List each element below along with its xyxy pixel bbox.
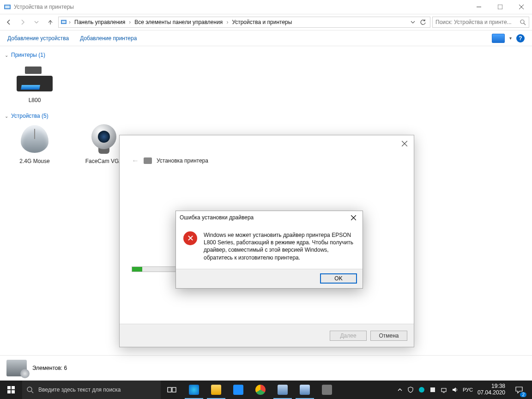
start-button[interactable]	[0, 381, 22, 399]
content-area: ⌄ Принтеры (1) L800 ⌄ Устройства (5) 2.4…	[0, 46, 532, 355]
taskbar-app-wizard[interactable]	[294, 381, 316, 399]
window-title: Устройства и принтеры	[14, 4, 468, 10]
mouse-icon	[16, 123, 53, 155]
chevron-right-icon: ›	[69, 19, 71, 25]
search-placeholder: Поиск: Устройства и принте...	[435, 19, 520, 25]
close-button[interactable]	[511, 0, 532, 14]
printer-icon	[16, 62, 53, 94]
svg-rect-19	[430, 387, 435, 392]
nav-up-button[interactable]	[44, 16, 56, 28]
nav-back-button[interactable]	[3, 16, 15, 28]
breadcrumb-seg1[interactable]: Панель управления	[73, 19, 127, 25]
error-icon: ✕	[183, 231, 197, 245]
tray-volume-icon[interactable]	[452, 387, 458, 393]
breadcrumb-seg3[interactable]: Устройства и принтеры	[230, 19, 294, 25]
taskbar-search-placeholder: Введите здесь текст для поиска	[38, 387, 121, 393]
help-button[interactable]: ?	[516, 34, 525, 42]
wizard-close-button[interactable]	[399, 138, 410, 149]
wizard-next-button: Далее	[330, 331, 367, 341]
control-panel-icon	[4, 3, 11, 11]
toolbar: Добавление устройства Добавление принтер…	[0, 30, 532, 46]
taskbar: Введите здесь текст для поиска РУС 19:38…	[0, 381, 532, 399]
taskbar-search-input[interactable]: Введите здесь текст для поиска	[22, 381, 161, 399]
status-bar: Элементов: 6	[0, 355, 532, 381]
taskbar-app-devices[interactable]	[272, 381, 294, 399]
tray-security-icon[interactable]	[407, 387, 414, 393]
collapse-icon: ⌄	[5, 114, 8, 119]
taskbar-app-edge[interactable]	[183, 381, 205, 399]
webcam-icon	[85, 123, 122, 155]
error-ok-button[interactable]: OK	[320, 273, 357, 284]
breadcrumb-box[interactable]: › Панель управления › Все элементы панел…	[58, 17, 430, 28]
search-icon	[27, 387, 34, 393]
tray-app-icon[interactable]	[429, 387, 436, 393]
breadcrumb-seg2[interactable]: Все элементы панели управления	[133, 19, 224, 25]
error-close-button[interactable]	[348, 212, 359, 223]
nav-recent-button[interactable]	[30, 16, 42, 28]
section-printers-header[interactable]: ⌄ Принтеры (1)	[5, 52, 527, 58]
collapse-icon: ⌄	[5, 53, 8, 58]
svg-rect-3	[498, 5, 502, 9]
taskbar-app-explorer[interactable]	[205, 381, 227, 399]
search-icon	[520, 19, 526, 25]
svg-rect-1	[5, 6, 10, 8]
tray-clock[interactable]: 19:38 07.04.2020	[478, 383, 505, 396]
svg-rect-16	[168, 387, 171, 392]
address-bar: › Панель управления › Все элементы панел…	[0, 14, 532, 30]
wizard-cancel-button[interactable]: Отмена	[370, 331, 407, 341]
chevron-right-icon: ›	[226, 19, 228, 25]
section-printers-label: Принтеры (1)	[11, 52, 45, 58]
svg-point-18	[419, 387, 424, 393]
view-options-button[interactable]	[492, 34, 505, 43]
add-device-link[interactable]: Добавление устройства	[7, 35, 69, 42]
status-count: Элементов: 6	[32, 365, 67, 371]
device-label: L800	[9, 97, 60, 103]
control-panel-icon	[60, 19, 67, 25]
tray-date: 07.04.2020	[478, 390, 505, 396]
error-message: Windows не может установить драйвер прин…	[204, 231, 355, 261]
svg-point-14	[27, 387, 32, 392]
section-devices-label: Устройства (5)	[11, 113, 48, 119]
titlebar: Устройства и принтеры	[0, 0, 532, 14]
action-center-button[interactable]: 2	[510, 381, 528, 399]
taskbar-app-store[interactable]	[227, 381, 249, 399]
tray-expand-button[interactable]	[397, 387, 403, 393]
tray-app-icon[interactable]	[418, 387, 425, 393]
chevron-right-icon: ›	[129, 19, 131, 25]
maximize-button[interactable]	[490, 0, 511, 14]
notification-badge: 2	[520, 392, 526, 397]
device-label: 2.4G Mouse	[9, 158, 60, 164]
error-dialog: Ошибка установки драйвера ✕ Windows не м…	[175, 211, 363, 289]
printer-icon	[144, 157, 152, 164]
chevron-down-icon[interactable]: ▾	[509, 36, 512, 41]
svg-point-8	[520, 20, 524, 24]
add-printer-link[interactable]: Добавление принтера	[80, 35, 137, 42]
tray-network-icon[interactable]	[441, 387, 447, 393]
svg-rect-7	[62, 21, 66, 23]
address-dropdown-button[interactable]	[408, 17, 418, 27]
wizard-title: Установка принтера	[157, 157, 208, 164]
task-view-button[interactable]	[161, 381, 183, 399]
wizard-back-button[interactable]: ←	[132, 157, 139, 165]
devices-icon	[6, 360, 27, 376]
section-devices-header[interactable]: ⌄ Устройства (5)	[5, 113, 527, 119]
device-item-l800[interactable]: L800	[9, 62, 60, 103]
error-title: Ошибка установки драйвера	[180, 214, 348, 221]
svg-line-15	[31, 391, 33, 393]
device-item-mouse[interactable]: 2.4G Mouse	[9, 123, 60, 164]
svg-rect-20	[441, 388, 446, 392]
nav-forward-button[interactable]	[17, 16, 29, 28]
svg-line-9	[524, 23, 526, 25]
refresh-button[interactable]	[418, 17, 428, 27]
minimize-button[interactable]	[468, 0, 490, 14]
search-input[interactable]: Поиск: Устройства и принте...	[432, 17, 529, 28]
tray-language[interactable]: РУС	[463, 387, 473, 393]
tray-time: 19:38	[478, 383, 505, 390]
taskbar-app-generic[interactable]	[316, 381, 338, 399]
svg-rect-17	[172, 387, 176, 392]
taskbar-app-chrome[interactable]	[249, 381, 272, 399]
